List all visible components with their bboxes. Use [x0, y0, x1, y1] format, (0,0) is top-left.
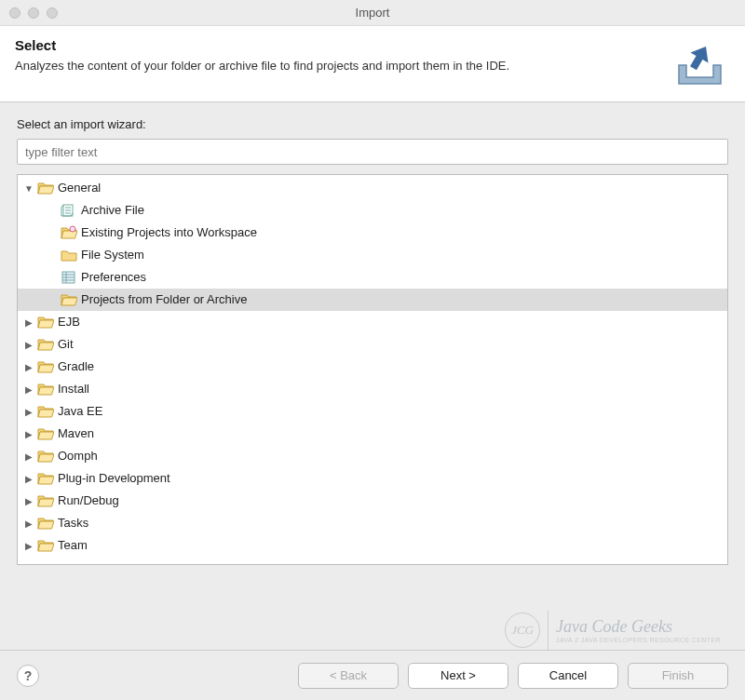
- zoom-window-button[interactable]: [47, 7, 58, 19]
- filter-label: Select an import wizard:: [17, 117, 728, 131]
- back-button[interactable]: < Back: [298, 663, 399, 689]
- window-title: Import: [356, 6, 390, 20]
- window-controls: [9, 7, 58, 19]
- tree-item-preferences[interactable]: Preferences: [18, 266, 727, 289]
- tree-item-existing-projects[interactable]: Existing Projects into Workspace: [18, 222, 727, 244]
- filter-input[interactable]: [17, 139, 728, 165]
- tree-category-oomph[interactable]: ▶ Oomph: [18, 445, 727, 467]
- tree-item-label: File System: [81, 244, 144, 266]
- tree-item-archive-file[interactable]: Archive File: [18, 199, 727, 222]
- chevron-right-icon[interactable]: ▶: [23, 406, 34, 417]
- tree-category-tasks[interactable]: ▶ Tasks: [18, 512, 727, 534]
- tree-item-file-system[interactable]: File System: [18, 244, 727, 266]
- tree-item-label: Existing Projects into Workspace: [81, 222, 257, 244]
- tree-category-maven[interactable]: ▶ Maven: [18, 423, 727, 445]
- tree-category-java-ee[interactable]: ▶ Java EE: [18, 400, 727, 423]
- next-button[interactable]: Next >: [408, 663, 508, 689]
- watermark-badge: JCG: [505, 612, 540, 648]
- chevron-right-icon[interactable]: ▶: [23, 495, 34, 506]
- page-description: Analyzes the content of your folder or a…: [15, 59, 509, 73]
- chevron-right-icon[interactable]: ▶: [23, 473, 34, 484]
- folder-open-icon: [61, 292, 77, 307]
- folder-open-icon: [37, 493, 54, 508]
- import-wizard-tree: ▼ General Archive File Existing Projects…: [17, 174, 728, 565]
- tree-category-run-debug[interactable]: ▶ Run/Debug: [18, 490, 727, 512]
- tree-item-label: Team: [58, 534, 88, 557]
- tree-item-label: Gradle: [58, 356, 94, 378]
- svg-point-1: [70, 226, 75, 232]
- tree-item-label: Maven: [58, 423, 94, 445]
- tree-category-gradle[interactable]: ▶ Gradle: [18, 356, 727, 378]
- chevron-right-icon[interactable]: ▶: [23, 518, 34, 529]
- tree-item-label: Tasks: [58, 512, 88, 534]
- tree-item-label: Java EE: [58, 400, 102, 423]
- preferences-icon: [61, 270, 77, 285]
- tree-item-label: General: [58, 177, 101, 199]
- folder-open-icon: [37, 315, 54, 330]
- tree-item-label: Run/Debug: [58, 490, 119, 512]
- folder-open-icon: [37, 426, 54, 441]
- watermark-title: Java Code Geeks: [556, 617, 721, 637]
- titlebar: Import: [0, 0, 745, 26]
- cancel-button[interactable]: Cancel: [518, 663, 618, 689]
- chevron-down-icon[interactable]: ▼: [23, 182, 34, 194]
- chevron-right-icon[interactable]: ▶: [23, 428, 34, 439]
- folder-open-icon: [37, 538, 54, 553]
- page-title: Select: [15, 37, 509, 53]
- folder-open-icon: [37, 471, 54, 486]
- tree-category-general[interactable]: ▼ General: [18, 177, 727, 199]
- tree-item-label: Archive File: [81, 199, 144, 222]
- dialog-header: Select Analyzes the content of your fold…: [0, 26, 745, 102]
- tree-item-label: Projects from Folder or Archive: [81, 289, 247, 311]
- tree-category-team[interactable]: ▶ Team: [18, 534, 727, 557]
- minimize-window-button[interactable]: [28, 7, 39, 19]
- chevron-right-icon[interactable]: ▶: [23, 384, 34, 395]
- folder-open-icon: [37, 516, 54, 531]
- folder-open-icon: [37, 359, 54, 374]
- tree-item-label: Install: [58, 378, 89, 400]
- tree-item-label: Git: [58, 333, 74, 356]
- tree-category-install[interactable]: ▶ Install: [18, 378, 727, 400]
- folder-open-icon: [37, 181, 54, 195]
- tree-item-label: EJB: [58, 311, 80, 333]
- tree-item-label: Plug-in Development: [58, 467, 170, 490]
- tree-category-git[interactable]: ▶ Git: [18, 333, 727, 356]
- chevron-right-icon[interactable]: ▶: [23, 451, 34, 462]
- tree-category-plugin-dev[interactable]: ▶ Plug-in Development: [18, 467, 727, 490]
- folder-open-icon: [37, 337, 54, 352]
- folder-open-icon: [37, 382, 54, 397]
- folder-icon: [61, 248, 77, 262]
- help-button[interactable]: ?: [17, 665, 39, 687]
- chevron-right-icon[interactable]: ▶: [23, 361, 34, 372]
- chevron-right-icon[interactable]: ▶: [23, 540, 34, 551]
- folder-open-icon: [37, 404, 54, 419]
- chevron-right-icon[interactable]: ▶: [23, 339, 34, 350]
- folder-open-icon: [61, 225, 77, 240]
- dialog-footer: ? < Back Next > Cancel Finish: [0, 650, 745, 700]
- tree-item-label: Preferences: [81, 266, 146, 289]
- tree-item-projects-from-folder[interactable]: Projects from Folder or Archive: [18, 289, 727, 311]
- archive-icon: [61, 203, 77, 218]
- import-icon: [665, 37, 730, 88]
- tree-item-label: Oomph: [58, 445, 98, 467]
- watermark: JCG Java Code Geeks Java 2 Java Develope…: [505, 611, 721, 650]
- finish-button[interactable]: Finish: [628, 663, 728, 689]
- tree-scroll[interactable]: ▼ General Archive File Existing Projects…: [18, 175, 727, 564]
- tree-category-ejb[interactable]: ▶ EJB: [18, 311, 727, 333]
- watermark-subtitle: Java 2 Java Developers Resource Center: [556, 637, 721, 643]
- chevron-right-icon[interactable]: ▶: [23, 316, 34, 328]
- dialog-body: Select an import wizard: ▼ General Archi…: [0, 102, 745, 574]
- folder-open-icon: [37, 449, 54, 464]
- close-window-button[interactable]: [9, 7, 20, 19]
